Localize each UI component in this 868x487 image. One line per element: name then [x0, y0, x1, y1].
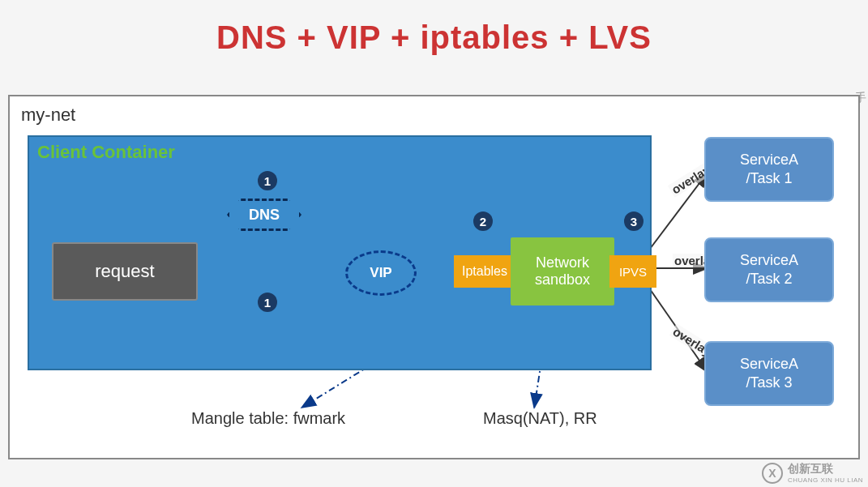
step-3: 3: [624, 211, 644, 231]
service-2-task: /Task 2: [746, 270, 792, 288]
network-sandbox-line1: Network: [536, 254, 589, 271]
service-2-name: ServiceA: [740, 251, 798, 270]
step-1-top: 1: [258, 171, 277, 190]
service-3-name: ServiceA: [740, 355, 798, 374]
network-sandbox-line2: sandbox: [535, 271, 590, 288]
mangle-label: Mangle table: fwmark: [191, 409, 345, 428]
watermark-brand: 创新互联: [788, 462, 863, 476]
my-net-label: my-net: [21, 105, 847, 126]
watermark: X 创新互联 CHUANG XIN HU LIAN: [762, 462, 863, 484]
ipvs-box: IPVS: [609, 255, 656, 288]
service-task-3: ServiceA /Task 3: [704, 341, 834, 406]
service-task-2: ServiceA /Task 2: [704, 237, 834, 302]
service-task-1: ServiceA /Task 1: [704, 137, 834, 202]
client-container-label: Client Container: [37, 142, 175, 163]
watermark-sub: CHUANG XIN HU LIAN: [788, 476, 863, 484]
diagram-canvas: Client Container request DNS VIP 1 1 2 3…: [21, 132, 847, 444]
step-2: 2: [473, 211, 493, 231]
my-net-frame: my-net Client Container request: [8, 95, 860, 459]
service-3-task: /Task 3: [746, 374, 792, 392]
request-box: request: [52, 242, 198, 301]
service-1-name: ServiceA: [740, 151, 798, 169]
network-sandbox-block: Iptables Network sandbox IPVS: [454, 234, 655, 309]
step-1-bottom: 1: [258, 293, 277, 312]
iptables-box: Iptables: [454, 255, 515, 288]
dns-box: DNS: [227, 199, 301, 231]
page-title: DNS + VIP + iptables + LVS: [0, 0, 868, 70]
watermark-icon: X: [762, 463, 783, 484]
client-container: Client Container request DNS VIP 1 1 2 3…: [28, 135, 652, 370]
service-1-task: /Task 1: [746, 169, 792, 188]
network-sandbox-box: Network sandbox: [511, 237, 614, 305]
vip-box: VIP: [345, 250, 417, 296]
masq-label: Masq(NAT), RR: [483, 409, 597, 428]
